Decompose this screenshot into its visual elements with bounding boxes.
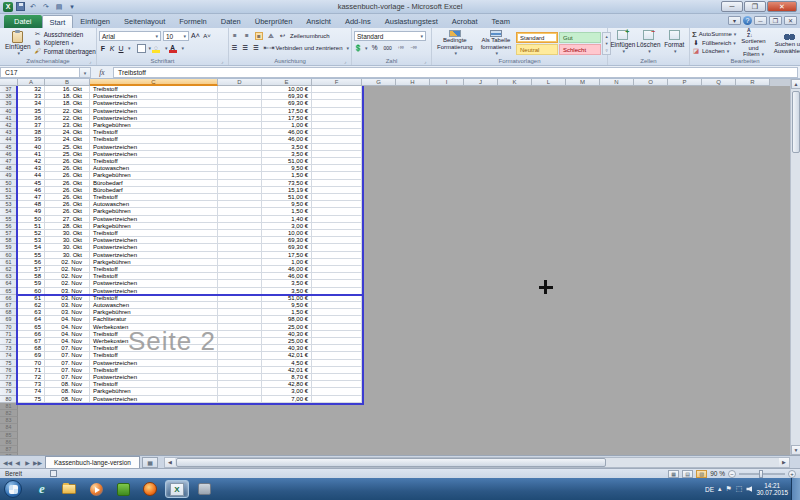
column-header-I[interactable]: I <box>430 79 464 86</box>
cell[interactable] <box>312 108 362 114</box>
workbook-minimize-icon[interactable]: ─ <box>754 16 767 25</box>
taskbar-excel-icon[interactable]: X <box>165 480 189 498</box>
tab-daten[interactable]: Daten <box>214 15 248 28</box>
column-header-R[interactable]: R <box>736 79 770 86</box>
cell[interactable] <box>218 223 262 229</box>
cell[interactable]: Postwertzeichen <box>90 244 218 250</box>
cell[interactable]: 70 <box>18 360 45 366</box>
cell[interactable]: 18. Okt <box>45 100 90 106</box>
cell[interactable]: 24. Okt <box>45 136 90 142</box>
file-tab[interactable]: Datei <box>4 15 42 28</box>
sheet-grid[interactable]: 3216. OktTreibstoff10,00 €3318. OktPostw… <box>0 86 790 455</box>
cell[interactable]: 75 <box>18 396 45 402</box>
cell[interactable] <box>312 338 362 344</box>
cell[interactable]: 10,00 € <box>262 230 312 236</box>
horizontal-scroll-thumb[interactable] <box>176 458 606 467</box>
cell[interactable]: Postwertzeichen <box>90 115 218 121</box>
clipboard-dialog-launcher-icon[interactable]: ⌟ <box>89 58 95 64</box>
cell[interactable]: Postwertzeichen <box>90 100 218 106</box>
shrink-font-icon[interactable]: A˅ <box>203 32 211 40</box>
cell[interactable] <box>218 273 262 279</box>
zoom-slider-knob[interactable] <box>759 470 763 478</box>
cell[interactable] <box>312 172 362 178</box>
row-header-85[interactable]: 85 <box>0 432 18 439</box>
row-header-86[interactable]: 86 <box>0 439 18 446</box>
cell[interactable]: 71 <box>18 367 45 373</box>
cell[interactable] <box>312 223 362 229</box>
cell[interactable]: Treibstoff <box>90 158 218 164</box>
cell[interactable]: 02. Nov <box>45 266 90 272</box>
cell[interactable] <box>312 352 362 358</box>
alignment-dialog-launcher-icon[interactable]: ⌟ <box>344 58 350 64</box>
language-indicator[interactable]: DE <box>705 486 714 493</box>
column-header-M[interactable]: M <box>566 79 600 86</box>
insert-cells-button[interactable]: Einfügen▾ <box>610 30 636 54</box>
cell[interactable]: Autowaschen <box>90 201 218 207</box>
tab-add-ins[interactable]: Add-Ins <box>338 15 378 28</box>
cell[interactable] <box>218 86 262 92</box>
cell[interactable] <box>218 309 262 315</box>
style-chip-neutral[interactable]: Neutral <box>516 44 558 55</box>
grow-font-icon[interactable]: A˄ <box>191 32 199 40</box>
cell[interactable]: 30. Okt <box>45 230 90 236</box>
cell[interactable]: 17,50 € <box>262 252 312 258</box>
autosum-button[interactable]: ΣAutoSumme▾ <box>692 30 736 39</box>
cell[interactable]: 17,50 € <box>262 108 312 114</box>
column-header-K[interactable]: K <box>498 79 532 86</box>
print-area-right-border[interactable] <box>362 86 364 405</box>
cell[interactable]: 02. Nov <box>45 280 90 286</box>
cell[interactable]: Postwertzeichen <box>90 237 218 243</box>
cell[interactable]: 04. Nov <box>45 316 90 322</box>
wrap-text-button[interactable]: Zeilenumbruch <box>290 33 330 39</box>
column-header-L[interactable]: L <box>532 79 566 86</box>
cell[interactable]: 51,00 € <box>262 158 312 164</box>
cell[interactable]: Autowaschen <box>90 165 218 171</box>
cell[interactable]: Postwertzeichen <box>90 374 218 380</box>
cell[interactable]: 58 <box>18 273 45 279</box>
cell[interactable]: 9,50 € <box>262 302 312 308</box>
cell[interactable]: Parkgebühren <box>90 388 218 394</box>
cell[interactable]: 42,80 € <box>262 381 312 387</box>
maximize-button[interactable]: ❐ <box>744 1 766 12</box>
paste-button[interactable]: Einfügen▾ <box>2 30 34 56</box>
print-area-bottom-border[interactable] <box>16 403 364 405</box>
cell[interactable]: 08. Nov <box>45 381 90 387</box>
align-center-icon[interactable]: ☰ <box>242 44 249 52</box>
tab-seitenlayout[interactable]: Seitenlayout <box>117 15 172 28</box>
cell[interactable]: Parkgebühren <box>90 172 218 178</box>
cell[interactable]: 53 <box>18 237 45 243</box>
cell[interactable]: 59 <box>18 280 45 286</box>
cell[interactable]: Parkgebühren <box>90 309 218 315</box>
cell[interactable]: 03. Nov <box>45 309 90 315</box>
cell[interactable]: 25. Okt <box>45 144 90 150</box>
cell[interactable]: 9,50 € <box>262 201 312 207</box>
cell[interactable] <box>218 187 262 193</box>
decrease-decimal-icon[interactable]: ⁻⁰⁰ <box>410 44 418 52</box>
borders-icon[interactable] <box>137 44 146 53</box>
italic-button[interactable]: K <box>108 45 116 52</box>
cell[interactable]: Parkgebühren <box>90 223 218 229</box>
cell[interactable]: 07. Nov <box>45 360 90 366</box>
cell[interactable]: Parkgebühren <box>90 122 218 128</box>
align-top-icon[interactable]: ≡ <box>231 32 239 40</box>
font-size-select[interactable]: 10▾ <box>163 31 189 41</box>
cell[interactable]: 63 <box>18 309 45 315</box>
cell[interactable] <box>218 396 262 402</box>
cell[interactable] <box>312 151 362 157</box>
cell[interactable]: Treibstoff <box>90 230 218 236</box>
cell[interactable]: 43 <box>18 165 45 171</box>
cell[interactable]: 7,00 € <box>262 396 312 402</box>
clear-button[interactable]: ◪Löschen▾ <box>692 47 736 56</box>
cell[interactable]: Autowaschen <box>90 302 218 308</box>
tab-ansicht[interactable]: Ansicht <box>299 15 338 28</box>
cell[interactable] <box>218 237 262 243</box>
workbook-restore-icon[interactable]: ❐ <box>769 16 782 25</box>
cell[interactable]: Treibstoff <box>90 86 218 92</box>
cell[interactable]: 62 <box>18 302 45 308</box>
cell[interactable]: 37 <box>18 122 45 128</box>
cell[interactable] <box>312 237 362 243</box>
next-sheet-icon[interactable]: ▶ <box>23 459 32 466</box>
cell[interactable] <box>312 316 362 322</box>
delete-cells-button[interactable]: Löschen▾ <box>636 30 662 54</box>
cell[interactable]: 23. Okt <box>45 122 90 128</box>
